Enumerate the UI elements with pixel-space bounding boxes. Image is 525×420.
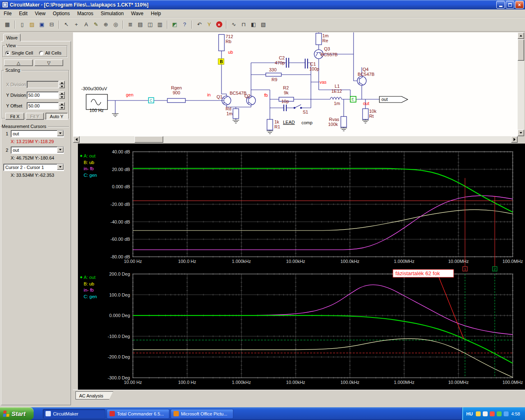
schematic-label[interactable]: out [381, 97, 388, 102]
schematic-label[interactable]: comp [301, 120, 313, 125]
schematic-label[interactable]: S1 [303, 110, 308, 114]
open-file-icon[interactable]: ▨ [27, 20, 37, 29]
legend-entry[interactable]: in- fb [84, 166, 94, 171]
signal-generator[interactable] [86, 94, 107, 110]
resistor-r9[interactable] [266, 73, 281, 76]
select-arrow-icon[interactable]: ↖ [62, 20, 71, 29]
wave-next-button[interactable]: ▽ [34, 59, 63, 66]
schematic-label[interactable]: Q3 [324, 46, 330, 51]
schematic-label[interactable]: 712 [226, 34, 233, 39]
place-part-icon[interactable]: + [71, 20, 81, 29]
menu-item-options[interactable]: Options [49, 10, 73, 17]
undo-icon[interactable]: ↶ [194, 20, 204, 29]
cursor1-signal-select[interactable]: out [11, 130, 64, 137]
schematic-label[interactable]: BC557B [321, 52, 338, 57]
schematic-label[interactable]: BC547B [230, 91, 247, 96]
scroll-down-icon[interactable] [518, 130, 524, 136]
schematic-label[interactable]: in [207, 92, 211, 97]
schematic-label[interactable]: E [352, 97, 354, 101]
y-division-spin-up[interactable] [59, 91, 65, 95]
network-icon[interactable] [497, 411, 502, 416]
fit-x-button[interactable]: Fit X [5, 113, 24, 120]
waveform-window-icon[interactable]: ∿ [229, 20, 239, 29]
wire-tool-icon[interactable]: ✎ [91, 20, 101, 29]
analysis-window-icon[interactable]: ◧ [249, 20, 258, 29]
schematic-label[interactable]: R2 [283, 85, 289, 90]
taskbar-task-1[interactable]: CircuitMaker [43, 409, 105, 419]
legend-entry[interactable]: A: out [84, 153, 96, 158]
schematic-label[interactable]: 1m [322, 33, 329, 38]
cursor2-select-arrow[interactable] [57, 147, 64, 153]
probe-tool-icon[interactable]: Y [204, 20, 214, 29]
start-button[interactable]: Start [0, 407, 34, 420]
schematic-label[interactable]: gen [126, 92, 133, 97]
new-file-icon[interactable]: ▯ [17, 20, 27, 29]
radio-all-cells-dot[interactable] [39, 51, 43, 55]
volume-icon[interactable] [483, 411, 488, 416]
schematic-label[interactable]: fb [264, 93, 268, 98]
find-icon[interactable]: ≣ [126, 20, 135, 29]
menu-item-view[interactable]: View [31, 10, 49, 17]
schematic-label[interactable]: 100p [309, 66, 319, 71]
schematic-label[interactable]: 100k [328, 122, 338, 127]
y-offset-spin-down[interactable] [59, 106, 65, 110]
radio-single-cell[interactable]: Single Cell [5, 50, 33, 55]
schematic-label[interactable]: Rb [226, 39, 231, 44]
legend-entry[interactable]: in- fb [84, 288, 94, 292]
schematic-label[interactable]: Q4 [363, 67, 369, 72]
resistor-rt[interactable] [363, 109, 368, 119]
schematic-label[interactable]: Q2 [244, 94, 251, 98]
schematic-label[interactable]: 900 [173, 90, 180, 95]
cursor-diff-value[interactable]: Cursor 2 - Cursor 1 [3, 164, 64, 171]
taskbar-task-3[interactable]: Microsoft Office Pictu... [171, 409, 233, 419]
y-offset-input[interactable]: 50.00 [27, 102, 59, 110]
y-division-spin-down[interactable] [59, 95, 65, 99]
split-view-icon[interactable]: ◫ [145, 20, 155, 29]
cursor2-signal-select[interactable]: out [11, 146, 64, 154]
browse-sheet-icon[interactable]: ▦ [2, 20, 12, 29]
schematic-horizontal-scrollbar[interactable] [73, 136, 518, 143]
schematic-label[interactable]: 330 [269, 67, 276, 72]
resistor-r1[interactable] [267, 119, 273, 130]
scroll-right-icon[interactable] [511, 136, 518, 143]
waveform-plot-area[interactable]: 40.00 dB20.00 dB0.000 dB-20.00 dB-40.00 … [78, 144, 525, 390]
hscroll-thumb[interactable] [135, 136, 163, 143]
cursor-diff-select-arrow[interactable] [57, 164, 64, 170]
schematic-label[interactable]: Rd [226, 106, 231, 111]
menu-item-file[interactable]: File [0, 10, 15, 17]
schematic-canvas[interactable]: -300u/300uV100 HzgenRgen900in712RbubBQ1B… [73, 32, 518, 136]
schematic-label[interactable]: Rgen [171, 85, 182, 90]
schematic-label[interactable]: R1 [274, 124, 280, 129]
schematic-label[interactable]: Rvas [329, 117, 340, 122]
schematic-label[interactable]: C1 [310, 62, 316, 66]
print-icon[interactable]: ⊟ [47, 20, 57, 29]
schematic-label[interactable]: 1k [274, 119, 279, 124]
help-icon[interactable]: ? [180, 20, 189, 29]
schematic-label[interactable]: out [363, 101, 369, 106]
clock[interactable]: 4:58 [511, 411, 520, 416]
cursor2-signal-value[interactable]: out [11, 146, 64, 154]
schematic-label[interactable]: ub [228, 50, 233, 55]
minimize-button[interactable] [496, 1, 505, 9]
schematic-label[interactable]: C [150, 98, 153, 103]
cursor-diff-select[interactable]: Cursor 2 - Cursor 1 [3, 164, 64, 171]
tab-ac-analysis[interactable]: AC Analysis [75, 391, 113, 399]
tab-wave[interactable]: Wave [3, 34, 21, 41]
resistor-rb[interactable] [219, 34, 224, 51]
schematic-label[interactable]: BC547B [358, 72, 374, 77]
schematic-label[interactable]: 470p [275, 60, 285, 65]
y-offset-spin-up[interactable] [59, 102, 65, 106]
y-division-input[interactable]: 50.00 [27, 91, 59, 99]
schematic-label[interactable]: R9 [272, 77, 277, 82]
save-icon[interactable]: ▣ [37, 20, 47, 29]
resistor-rvas[interactable] [341, 116, 347, 127]
schematic-label[interactable]: Q1 [217, 94, 223, 99]
legend-entry[interactable]: C: gen [84, 294, 97, 299]
schematic-label[interactable]: C2 [279, 55, 285, 60]
schematic-label[interactable]: -300u/300uV [81, 86, 107, 91]
schematic-label[interactable]: Rt [369, 114, 374, 119]
schematic-label[interactable]: 1m [226, 111, 233, 116]
scroll-left-icon[interactable] [73, 136, 80, 143]
wave-prev-button[interactable]: △ [4, 59, 33, 66]
waveform-charts[interactable]: 40.00 dB20.00 dB0.000 dB-20.00 dB-40.00 … [78, 144, 525, 390]
